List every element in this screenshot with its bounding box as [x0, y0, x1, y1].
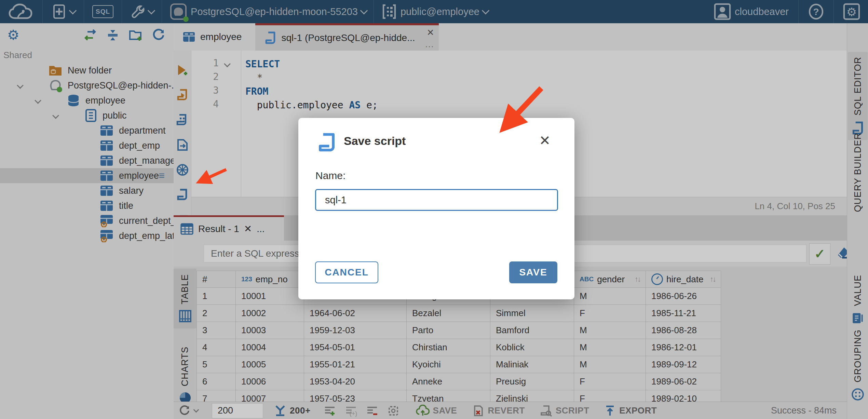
dialog-title: Save script	[344, 134, 406, 148]
cancel-button[interactable]: CANCEL	[315, 261, 378, 283]
save-script-dialog: Save script ✕ Name: CANCEL SAVE	[298, 118, 574, 299]
name-field-label: Name:	[315, 170, 345, 181]
cloudbeaver-app: { "topbar": { "sql_label": "SQL", "conne…	[0, 0, 868, 419]
save-script-icon	[317, 132, 336, 153]
cancel-label: CANCEL	[325, 267, 369, 278]
close-dialog-icon[interactable]: ✕	[539, 134, 551, 147]
save-label: SAVE	[519, 267, 547, 278]
script-name-input[interactable]	[315, 189, 558, 211]
save-button[interactable]: SAVE	[509, 261, 557, 283]
